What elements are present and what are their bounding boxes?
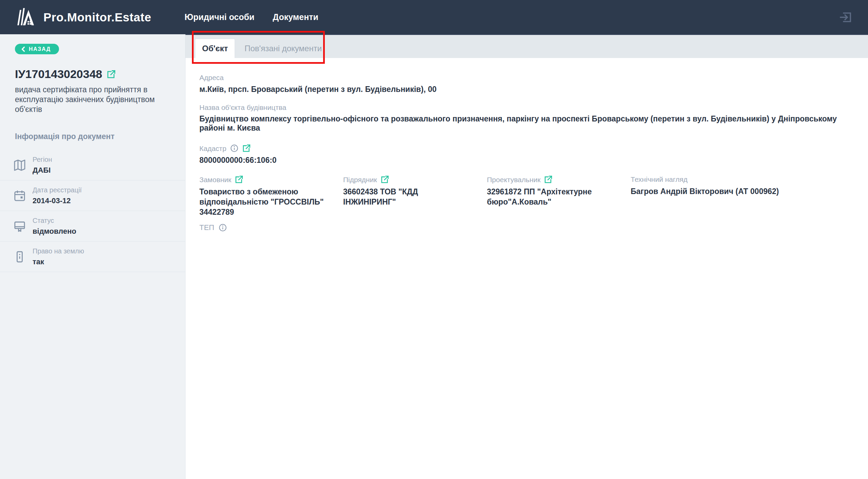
house-logo-icon: [15, 7, 35, 27]
external-link-icon[interactable]: [106, 70, 116, 79]
external-link-icon[interactable]: [235, 175, 243, 184]
party-value: Багров Андрій Вікторович (АТ 000962): [631, 186, 853, 196]
info-label: Регіон: [33, 155, 52, 164]
logout-button[interactable]: [838, 10, 853, 25]
party-customer: Замовник Товариство з обмеженою відповід…: [199, 175, 343, 217]
land-right-icon: [13, 250, 26, 264]
exit-icon: [839, 11, 852, 24]
map-icon: [13, 158, 26, 172]
address-field: Адреса м.Київ, прсп. Броварський (перети…: [199, 73, 853, 94]
party-designer: Проектувальник 32961872 ПП "Архітектурне…: [487, 175, 631, 217]
document-sidebar: НАЗАД ІУ170143020348 видача сертифіката …: [0, 34, 185, 479]
object-name-field: Назва об'єкта будівництва Будівництво ко…: [199, 103, 853, 133]
tab-related-documents[interactable]: Пов'язані документи: [235, 39, 331, 58]
main-nav: Юридичні особи Документи: [184, 12, 318, 22]
status-icon: [13, 219, 26, 233]
tep-field: ТЕП: [199, 223, 853, 232]
external-link-icon[interactable]: [242, 144, 251, 153]
document-description: видача сертифіката про прийняття в експл…: [15, 85, 166, 114]
info-item-land-right: Право на землю так: [0, 242, 185, 272]
address-label: Адреса: [199, 73, 224, 82]
info-label: Дата реєстрації: [33, 186, 82, 194]
brand[interactable]: Pro.Monitor.Estate: [15, 7, 151, 27]
info-icon[interactable]: [218, 223, 227, 232]
party-value: 32961872 ПП "Архітектурне бюро"А.Коваль": [487, 187, 612, 207]
external-link-icon[interactable]: [544, 175, 553, 184]
object-name-label: Назва об'єкта будівництва: [199, 103, 286, 112]
info-item-region: Регіон ДАБІ: [0, 150, 185, 180]
back-button-label: НАЗАД: [29, 46, 51, 52]
info-value: відмовлено: [33, 227, 76, 236]
calendar-icon: [13, 189, 26, 203]
sidebar-section-title: Інформація про документ: [15, 132, 185, 141]
nav-item-legal-entities[interactable]: Юридичні особи: [184, 12, 254, 22]
nav-item-documents[interactable]: Документи: [273, 12, 318, 22]
object-tab-content: Адреса м.Київ, прсп. Броварський (перети…: [185, 58, 868, 232]
party-label: Проектувальник: [487, 175, 540, 184]
party-label: Технічний нагляд: [631, 175, 688, 184]
cadastre-label: Кадастр: [199, 144, 226, 153]
info-value: ДАБІ: [33, 166, 52, 175]
back-button[interactable]: НАЗАД: [15, 44, 59, 54]
cadastre-field: Кадастр 8000000000:66:106:0: [199, 144, 853, 165]
object-name-value: Будівництво комплексу торгівельно-офісно…: [199, 114, 845, 133]
address-value: м.Київ, прсп. Броварський (перетин з вул…: [199, 84, 853, 94]
tab-object[interactable]: Об'єкт: [195, 39, 235, 58]
chevron-left-icon: [21, 46, 25, 52]
party-value: Товариство з обмеженою відповідальністю …: [199, 187, 325, 217]
main-panel: Об'єкт Пов'язані документи Адреса м.Київ…: [185, 34, 868, 479]
cadastre-value: 8000000000:66:106:0: [199, 155, 853, 165]
party-contractor: Підрядник 36602438 ТОВ "КДД ІНЖИНІРИНГ": [343, 175, 487, 217]
top-navbar: Pro.Monitor.Estate Юридичні особи Докуме…: [0, 0, 868, 34]
brand-name: Pro.Monitor.Estate: [43, 11, 151, 24]
party-label: Замовник: [199, 175, 231, 184]
tab-bar: Об'єкт Пов'язані документи: [185, 34, 868, 58]
party-label: Підрядник: [343, 175, 377, 184]
tep-label: ТЕП: [199, 223, 214, 232]
info-label: Право на землю: [33, 247, 84, 255]
party-value: 36602438 ТОВ "КДД ІНЖИНІРИНГ": [343, 187, 469, 207]
info-value: 2014-03-12: [33, 196, 82, 205]
document-info-list: Регіон ДАБІ Дата реєстрації 2014-03-12: [0, 150, 185, 272]
party-technical-supervision: Технічний нагляд Багров Андрій Вікторови…: [631, 175, 853, 217]
external-link-icon[interactable]: [380, 175, 389, 184]
parties-row: Замовник Товариство з обмеженою відповід…: [199, 175, 853, 217]
info-value: так: [33, 257, 84, 266]
info-icon[interactable]: [230, 144, 239, 153]
document-id-title: ІУ170143020348: [15, 68, 102, 81]
info-label: Статус: [33, 216, 76, 225]
info-item-registration-date: Дата реєстрації 2014-03-12: [0, 180, 185, 211]
info-item-status: Статус відмовлено: [0, 211, 185, 242]
